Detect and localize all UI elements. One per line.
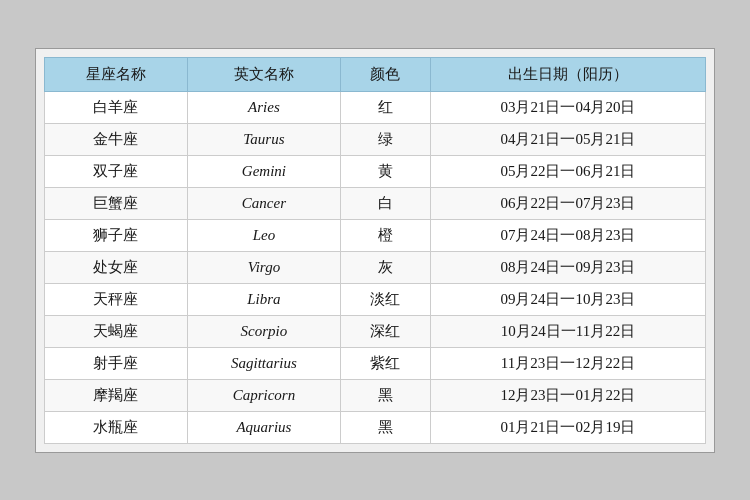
cell-6-3: 09月24日一10月23日 — [430, 283, 705, 315]
cell-7-3: 10月24日一11月22日 — [430, 315, 705, 347]
cell-3-3: 06月22日一07月23日 — [430, 187, 705, 219]
cell-4-0: 狮子座 — [45, 219, 188, 251]
cell-7-1: Scorpio — [187, 315, 340, 347]
cell-4-1: Leo — [187, 219, 340, 251]
header-col-2: 颜色 — [340, 57, 430, 91]
cell-2-2: 黄 — [340, 155, 430, 187]
cell-3-0: 巨蟹座 — [45, 187, 188, 219]
cell-5-3: 08月24日一09月23日 — [430, 251, 705, 283]
cell-10-2: 黑 — [340, 411, 430, 443]
table-row: 白羊座Aries红03月21日一04月20日 — [45, 91, 706, 123]
table-row: 处女座Virgo灰08月24日一09月23日 — [45, 251, 706, 283]
cell-1-3: 04月21日一05月21日 — [430, 123, 705, 155]
cell-6-2: 淡红 — [340, 283, 430, 315]
cell-9-2: 黑 — [340, 379, 430, 411]
table-row: 水瓶座Aquarius黑01月21日一02月19日 — [45, 411, 706, 443]
cell-3-1: Cancer — [187, 187, 340, 219]
cell-0-2: 红 — [340, 91, 430, 123]
cell-6-1: Libra — [187, 283, 340, 315]
cell-0-1: Aries — [187, 91, 340, 123]
cell-9-1: Capricorn — [187, 379, 340, 411]
cell-3-2: 白 — [340, 187, 430, 219]
cell-4-2: 橙 — [340, 219, 430, 251]
header-col-0: 星座名称 — [45, 57, 188, 91]
header-col-3: 出生日期（阳历） — [430, 57, 705, 91]
cell-1-2: 绿 — [340, 123, 430, 155]
table-row: 天秤座Libra淡红09月24日一10月23日 — [45, 283, 706, 315]
cell-0-3: 03月21日一04月20日 — [430, 91, 705, 123]
table-row: 双子座Gemini黄05月22日一06月21日 — [45, 155, 706, 187]
table-body: 白羊座Aries红03月21日一04月20日金牛座Taurus绿04月21日一0… — [45, 91, 706, 443]
cell-10-3: 01月21日一02月19日 — [430, 411, 705, 443]
header-col-1: 英文名称 — [187, 57, 340, 91]
cell-5-1: Virgo — [187, 251, 340, 283]
cell-10-0: 水瓶座 — [45, 411, 188, 443]
zodiac-table-container: 星座名称英文名称颜色出生日期（阳历） 白羊座Aries红03月21日一04月20… — [35, 48, 715, 453]
cell-8-2: 紫红 — [340, 347, 430, 379]
cell-8-1: Sagittarius — [187, 347, 340, 379]
table-row: 巨蟹座Cancer白06月22日一07月23日 — [45, 187, 706, 219]
cell-9-0: 摩羯座 — [45, 379, 188, 411]
cell-1-0: 金牛座 — [45, 123, 188, 155]
cell-1-1: Taurus — [187, 123, 340, 155]
cell-0-0: 白羊座 — [45, 91, 188, 123]
table-row: 射手座Sagittarius紫红11月23日一12月22日 — [45, 347, 706, 379]
table-row: 狮子座Leo橙07月24日一08月23日 — [45, 219, 706, 251]
cell-2-1: Gemini — [187, 155, 340, 187]
table-header-row: 星座名称英文名称颜色出生日期（阳历） — [45, 57, 706, 91]
cell-7-2: 深红 — [340, 315, 430, 347]
cell-7-0: 天蝎座 — [45, 315, 188, 347]
cell-10-1: Aquarius — [187, 411, 340, 443]
cell-5-2: 灰 — [340, 251, 430, 283]
table-row: 天蝎座Scorpio深红10月24日一11月22日 — [45, 315, 706, 347]
cell-9-3: 12月23日一01月22日 — [430, 379, 705, 411]
table-row: 摩羯座Capricorn黑12月23日一01月22日 — [45, 379, 706, 411]
zodiac-table: 星座名称英文名称颜色出生日期（阳历） 白羊座Aries红03月21日一04月20… — [44, 57, 706, 444]
cell-5-0: 处女座 — [45, 251, 188, 283]
cell-6-0: 天秤座 — [45, 283, 188, 315]
cell-2-3: 05月22日一06月21日 — [430, 155, 705, 187]
cell-8-3: 11月23日一12月22日 — [430, 347, 705, 379]
cell-2-0: 双子座 — [45, 155, 188, 187]
table-row: 金牛座Taurus绿04月21日一05月21日 — [45, 123, 706, 155]
cell-8-0: 射手座 — [45, 347, 188, 379]
cell-4-3: 07月24日一08月23日 — [430, 219, 705, 251]
